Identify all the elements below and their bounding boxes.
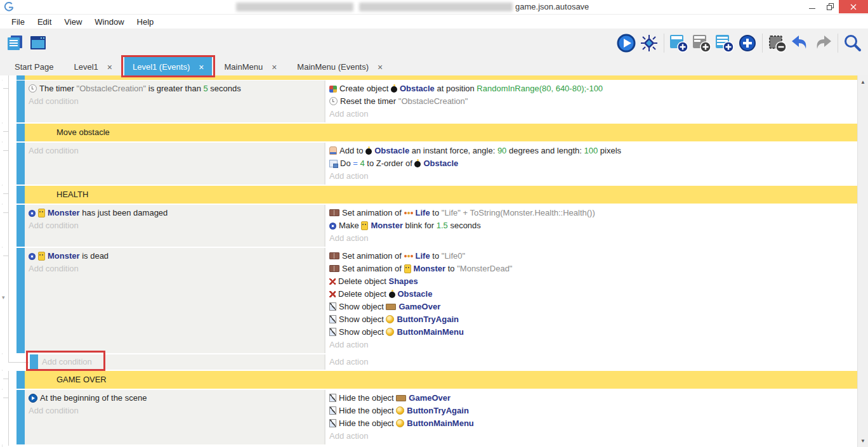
text-segment: Add action [329,171,368,181]
action-line[interactable]: Add to Obstacle an instant force, angle:… [326,145,858,157]
tab-start-page[interactable]: Start Page [6,57,62,77]
add-condition-button[interactable]: Add condition [25,95,324,108]
collapse-arrow-icon[interactable]: ▾ [2,295,5,301]
event-drag-handle[interactable] [16,205,25,247]
project-manager-button[interactable] [4,32,27,55]
event-drag-handle[interactable] [16,75,25,80]
condition-line[interactable]: The timer "ObstacleCreation" is greater … [25,82,324,95]
conditions-column: Add condition [38,354,326,370]
tree-gutter [0,81,16,122]
action-line[interactable]: Do = 4 to Z-order of Obstacle [326,157,858,170]
action-line[interactable]: Hide the object GameOver [326,392,858,405]
add-action-button[interactable]: Add action [326,339,858,351]
close-tab-icon[interactable]: × [272,63,277,72]
add-action-button[interactable]: Add action [326,170,858,183]
tree-connector [3,212,9,213]
close-tab-icon[interactable]: × [199,63,204,72]
tab-mainmenu-events[interactable]: MainMenu (Events) × [289,57,391,77]
monster-icon [404,264,411,273]
zorder-icon [329,160,338,167]
menu-edit[interactable]: Edit [31,17,58,27]
action-line[interactable]: Create object Obstacle at position Rando… [326,82,858,95]
redo-button[interactable] [812,32,834,55]
add-comment-button[interactable] [713,32,736,55]
menu-help[interactable]: Help [131,17,161,27]
comment[interactable]: Move obstacle [25,124,858,141]
action-line[interactable]: Show object ButtonTryAgain [326,313,858,326]
add-condition-button[interactable]: Add condition [38,356,324,368]
add-new-button[interactable] [736,32,759,55]
action-line[interactable]: Hide the object ButtonMainMenu [326,417,858,430]
search-button[interactable] [841,32,864,55]
tree-connector [3,131,9,132]
menu-view[interactable]: View [58,17,88,27]
tab-mainmenu[interactable]: MainMenu × [216,57,285,77]
anim-icon [329,209,339,216]
close-button[interactable] [839,0,868,13]
tab-level1-events[interactable]: Level1 (Events) × [124,57,213,77]
action-line[interactable]: Hide the object ButtonTryAgain [326,405,858,417]
comment[interactable]: HEALTH [25,186,858,204]
life-icon [404,212,407,214]
add-action-button[interactable]: Add action [326,108,858,120]
action-line[interactable]: Show object GameOver [326,301,858,313]
bomb-icon [389,292,395,298]
action-line[interactable]: Delete object Shapes [326,275,858,288]
scene-editor-button[interactable] [27,32,49,55]
add-event-button[interactable] [667,32,690,55]
text-segment: GameOver [409,393,450,403]
scroll-up-arrow-icon[interactable]: ▲ [858,77,868,87]
text-segment: Hide the object [339,393,396,403]
add-action-button[interactable]: Add action [326,232,858,245]
action-line[interactable]: Make Monster blink for 1.5 seconds [326,219,858,232]
condition-line[interactable]: At the beginning of the scene [25,392,324,405]
condition-line[interactable]: Monster has just been damaged [25,207,324,219]
action-line[interactable]: Reset the timer "ObstacleCreation" [326,95,858,108]
event-drag-handle[interactable] [16,371,25,389]
add-condition-button[interactable]: Add condition [25,219,324,232]
event-drag-handle[interactable] [16,143,25,185]
deselect-icon [767,33,787,53]
add-action-button[interactable]: Add action [326,356,858,368]
close-tab-icon[interactable]: × [378,63,383,72]
action-line[interactable]: Show object ButtonMainMenu [326,326,858,339]
comment-partial[interactable] [25,75,858,80]
action-line[interactable]: Delete object Obstacle [326,288,858,301]
minimize-button[interactable] [803,0,821,13]
add-condition-button[interactable]: Add condition [25,405,324,417]
tab-level1[interactable]: Level1 × [65,57,121,77]
add-subevent-button[interactable] [690,32,713,55]
text-segment: "ObstacleCreation" [398,96,468,106]
toolbar [0,29,868,57]
action-line[interactable]: Set animation of Monster to "MonsterDead… [326,262,858,275]
menu-window[interactable]: Window [88,17,130,27]
menu-file[interactable]: File [5,17,31,27]
text-segment: blink for [403,221,437,230]
play-button[interactable] [615,32,638,55]
condition-line[interactable]: Monster is dead [25,250,324,262]
deselect-button[interactable] [766,32,789,55]
action-line[interactable]: Set animation of Life to "Life" + ToStri… [326,207,858,219]
text-segment: Create object [339,84,391,93]
event-drag-handle[interactable] [30,354,38,370]
event-drag-handle[interactable] [16,390,25,444]
add-condition-button[interactable]: Add condition [25,145,324,157]
event-drag-handle[interactable] [16,248,25,353]
event-drag-handle[interactable] [16,186,25,204]
event-drag-handle[interactable] [16,124,25,141]
action-line[interactable]: Set animation of Life to "Life0" [326,250,858,262]
visibility-icon [329,419,336,427]
tree-gutter [0,371,16,389]
add-action-button[interactable]: Add action [326,430,858,443]
add-condition-button[interactable]: Add condition [25,262,324,275]
event-drag-handle[interactable] [16,81,25,122]
text-segment: to Z-order of [365,159,415,168]
debug-button[interactable] [638,32,661,55]
maximize-button[interactable] [821,0,839,13]
close-tab-icon[interactable]: × [107,63,112,72]
vertical-scrollbar[interactable]: ▲ ▼ [857,75,868,447]
scroll-down-arrow-icon[interactable]: ▼ [858,436,868,446]
text-segment: = [353,159,360,168]
undo-button[interactable] [789,32,812,55]
comment[interactable]: GAME OVER [25,371,858,389]
